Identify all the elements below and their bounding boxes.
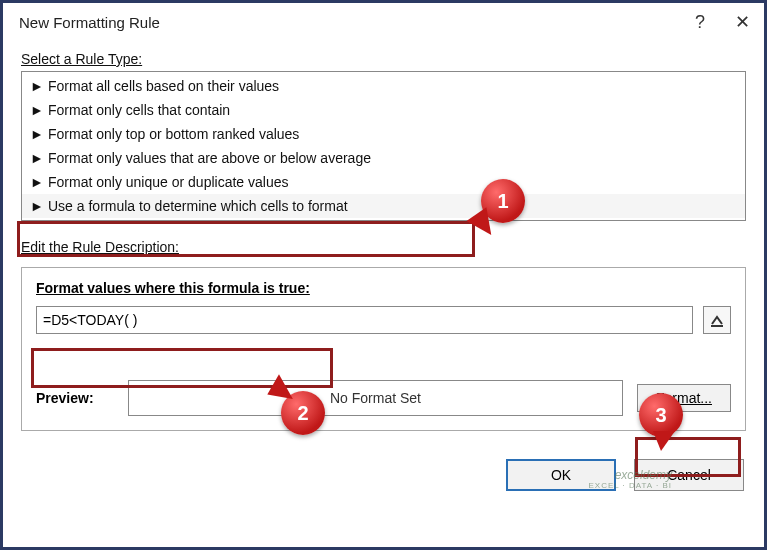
rule-type-text: Format only top or bottom ranked values	[48, 126, 299, 142]
close-icon[interactable]: ✕	[735, 11, 750, 33]
annotation-callout-3: 3	[639, 393, 683, 437]
rule-type-item[interactable]: ► Format only values that are above or b…	[22, 146, 745, 170]
bullet-icon: ►	[30, 102, 42, 118]
preview-text: No Format Set	[330, 390, 421, 406]
rule-type-item[interactable]: ► Format all cells based on their values	[22, 74, 745, 98]
preview-label: Preview:	[36, 390, 114, 406]
ok-button[interactable]: OK	[506, 459, 616, 491]
annotation-callout-1: 1	[481, 179, 525, 223]
bullet-icon: ►	[30, 174, 42, 190]
bullet-icon: ►	[30, 150, 42, 166]
rule-type-text: Format only values that are above or bel…	[48, 150, 371, 166]
rule-type-text: Format only cells that contain	[48, 102, 230, 118]
rule-type-text: Format only unique or duplicate values	[48, 174, 288, 190]
help-icon[interactable]: ?	[695, 12, 705, 33]
rule-type-item-selected[interactable]: ► Use a formula to determine which cells…	[22, 194, 745, 218]
bullet-icon: ►	[30, 78, 42, 94]
annotation-highlight	[635, 437, 741, 477]
annotation-highlight	[17, 221, 475, 257]
rule-type-text: Format all cells based on their values	[48, 78, 279, 94]
dialog-titlebar: New Formatting Rule ? ✕	[3, 3, 764, 41]
formula-label: Format values where this formula is true…	[36, 280, 731, 296]
rule-type-item[interactable]: ► Format only cells that contain	[22, 98, 745, 122]
rule-type-text: Use a formula to determine which cells t…	[48, 198, 348, 214]
bullet-icon: ►	[30, 126, 42, 142]
rule-type-item[interactable]: ► Format only unique or duplicate values	[22, 170, 745, 194]
annotation-callout-2: 2	[281, 391, 325, 435]
dialog-title: New Formatting Rule	[19, 14, 160, 31]
rule-type-item[interactable]: ► Format only top or bottom ranked value…	[22, 122, 745, 146]
select-rule-type-label: Select a Rule Type:	[21, 51, 142, 67]
bullet-icon: ►	[30, 198, 42, 214]
formula-input[interactable]	[36, 306, 693, 334]
rule-type-list[interactable]: ► Format all cells based on their values…	[21, 71, 746, 221]
collapse-dialog-icon[interactable]	[703, 306, 731, 334]
